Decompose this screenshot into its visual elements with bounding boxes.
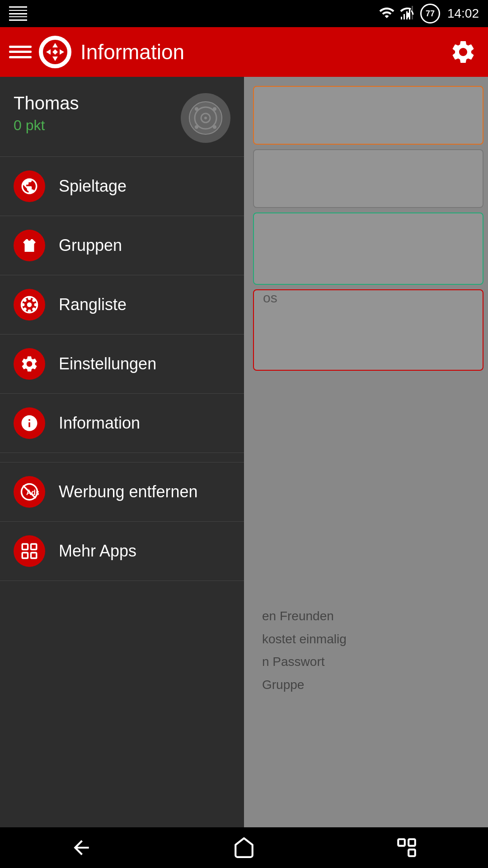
svg-point-25 xyxy=(23,299,27,302)
hamburger-line-1 xyxy=(9,46,32,48)
rangliste-ball-icon xyxy=(20,295,39,314)
signal-icon xyxy=(399,5,416,23)
ads-icon: Ads xyxy=(20,482,39,501)
shirt-icon xyxy=(20,236,39,255)
user-points: 0 pkt xyxy=(14,117,181,134)
svg-point-21 xyxy=(28,297,31,300)
menu-items-list: Spieltage Gruppen xyxy=(0,156,244,453)
rangliste-label: Rangliste xyxy=(59,295,127,314)
app-bar: Information xyxy=(0,27,488,77)
werbung-icon: Ads xyxy=(14,476,45,508)
hamburger-line-2 xyxy=(9,51,32,53)
svg-point-22 xyxy=(28,310,31,313)
mehr-apps-icon xyxy=(14,535,45,567)
extra-menu-items: Ads Werbung entfernen Mehr Apps xyxy=(0,462,244,581)
svg-rect-34 xyxy=(22,553,28,558)
svg-point-23 xyxy=(22,303,25,307)
menu-item-gruppen[interactable]: Gruppen xyxy=(0,216,244,275)
hamburger-button[interactable] xyxy=(9,41,32,63)
user-section: Thomas 0 pkt xyxy=(0,77,244,156)
bg-card-3 xyxy=(253,212,483,285)
bg-card-4: os xyxy=(253,289,483,371)
menu-item-spieltage[interactable]: Spieltage xyxy=(0,157,244,216)
info-icon xyxy=(20,414,39,433)
battery-badge: 77 xyxy=(420,4,440,24)
back-icon xyxy=(70,836,93,859)
menu-item-rangliste[interactable]: Rangliste xyxy=(0,275,244,335)
status-bar: 77 14:02 xyxy=(0,0,488,27)
svg-rect-33 xyxy=(31,544,37,549)
werbung-label: Werbung entfernen xyxy=(59,482,198,501)
menu-item-information[interactable]: Information xyxy=(0,394,244,453)
bg-text-line-3: n Passwort xyxy=(262,651,479,673)
gruppen-icon xyxy=(14,230,45,261)
bg-card-2 xyxy=(253,149,483,208)
svg-point-27 xyxy=(32,299,35,302)
avatar-icon xyxy=(188,100,224,136)
einstellungen-label: Einstellungen xyxy=(59,354,156,373)
svg-rect-36 xyxy=(398,839,405,846)
bg-text-line-1: en Freunden xyxy=(262,605,479,627)
home-icon xyxy=(233,836,255,859)
menu-item-werbung[interactable]: Ads Werbung entfernen xyxy=(0,462,244,522)
barcode-icon xyxy=(9,5,27,23)
hamburger-line-3 xyxy=(9,56,32,58)
bottom-navigation xyxy=(0,827,488,868)
gear-menu-icon xyxy=(20,354,39,373)
svg-point-16 xyxy=(213,107,216,111)
time-display: 14:02 xyxy=(447,6,479,21)
svg-point-28 xyxy=(23,307,27,311)
gear-icon xyxy=(450,38,477,66)
wifi-icon xyxy=(379,5,395,23)
soccer-ball-logo-icon xyxy=(42,38,69,66)
svg-rect-35 xyxy=(31,553,37,558)
gruppen-label: Gruppen xyxy=(59,236,122,255)
bg-text-line-4: Gruppe xyxy=(262,674,479,696)
einstellungen-icon xyxy=(14,348,45,380)
svg-point-24 xyxy=(34,303,38,307)
rangliste-icon xyxy=(14,289,45,321)
svg-rect-0 xyxy=(401,17,402,19)
home-button[interactable] xyxy=(226,830,262,866)
user-info: Thomas 0 pkt xyxy=(14,93,181,134)
recents-icon xyxy=(395,836,418,859)
user-avatar xyxy=(181,93,230,143)
spieltage-icon xyxy=(14,170,45,202)
main-content: os en Freunden kostet einmalig n Passwor… xyxy=(0,77,488,827)
menu-item-mehr-apps[interactable]: Mehr Apps xyxy=(0,522,244,581)
navigation-drawer: Thomas 0 pkt xyxy=(0,77,244,827)
svg-point-26 xyxy=(32,307,35,311)
status-bar-left xyxy=(9,5,27,23)
information-label: Information xyxy=(59,414,140,433)
information-icon xyxy=(14,407,45,439)
svg-point-14 xyxy=(204,117,207,119)
back-button[interactable] xyxy=(63,830,99,866)
svg-point-18 xyxy=(213,125,216,129)
svg-point-15 xyxy=(195,107,198,111)
svg-point-20 xyxy=(27,302,32,307)
svg-rect-3 xyxy=(409,9,410,19)
svg-rect-4 xyxy=(412,6,413,19)
soccer-ball-icon xyxy=(20,177,39,196)
svg-rect-1 xyxy=(404,14,405,19)
bg-bottom-text: en Freunden kostet einmalig n Passwort G… xyxy=(253,600,488,701)
bg-card-1 xyxy=(253,86,483,145)
svg-rect-37 xyxy=(408,839,415,846)
svg-rect-32 xyxy=(22,544,28,549)
apps-icon xyxy=(20,542,39,561)
menu-item-einstellungen[interactable]: Einstellungen xyxy=(0,335,244,394)
recents-button[interactable] xyxy=(389,830,425,866)
svg-rect-2 xyxy=(406,11,408,19)
mehr-apps-label: Mehr Apps xyxy=(59,542,136,561)
bg-card-text: os xyxy=(254,281,286,314)
spieltage-label: Spieltage xyxy=(59,177,127,196)
app-logo xyxy=(39,36,71,68)
status-bar-right: 77 14:02 xyxy=(379,4,479,24)
svg-rect-38 xyxy=(408,849,415,856)
app-title: Information xyxy=(80,40,447,64)
menu-divider xyxy=(0,453,244,462)
settings-button[interactable] xyxy=(447,36,479,68)
bg-text-line-2: kostet einmalig xyxy=(262,628,479,651)
user-name: Thomas xyxy=(14,93,181,113)
svg-point-17 xyxy=(195,125,198,129)
